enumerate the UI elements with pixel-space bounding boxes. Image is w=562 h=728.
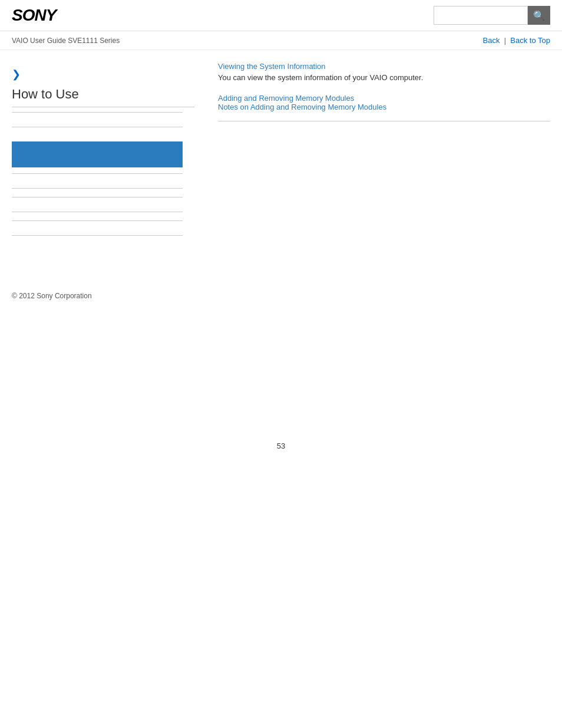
sidebar-line-group-1 <box>12 112 194 127</box>
search-box: 🔍 <box>434 6 550 25</box>
notes-memory-link[interactable]: Notes on Adding and Removing Memory Modu… <box>218 103 386 111</box>
main-content: ❯ How to Use Viewing the System Informat… <box>0 50 562 256</box>
sidebar-line-3 <box>12 173 183 174</box>
sidebar-line-1 <box>12 112 183 113</box>
adding-removing-memory-link[interactable]: Adding and Removing Memory Modules <box>218 94 354 103</box>
back-to-top-link[interactable]: Back to Top <box>510 36 550 45</box>
sidebar-line-8 <box>12 235 183 236</box>
memory-link-row-1: Adding and Removing Memory Modules <box>218 94 550 103</box>
sidebar-highlight-bar <box>12 141 183 167</box>
chevron-right-icon: ❯ <box>12 68 21 80</box>
system-info-section: Viewing the System Information You can v… <box>218 62 550 82</box>
sidebar-chevron-icon: ❯ <box>12 68 194 81</box>
header: SONY 🔍 <box>0 0 562 31</box>
sidebar-line-2 <box>12 127 183 127</box>
copyright-text: © 2012 Sony Corporation <box>12 292 92 300</box>
footer: © 2012 Sony Corporation <box>0 279 562 312</box>
sidebar-line-4 <box>12 188 183 189</box>
sidebar-line-6 <box>12 212 183 212</box>
sidebar-line-5 <box>12 197 183 197</box>
page-number: 53 <box>0 430 562 462</box>
memory-section-divider <box>218 121 550 121</box>
sidebar: ❯ How to Use <box>12 62 194 244</box>
memory-section: Adding and Removing Memory Modules Notes… <box>218 94 550 121</box>
system-info-description: You can view the system information of y… <box>218 73 550 82</box>
sidebar-line-7 <box>12 220 183 221</box>
sony-logo: SONY <box>12 6 56 25</box>
search-button[interactable]: 🔍 <box>528 6 550 25</box>
nav-separator: | <box>504 37 506 45</box>
back-link[interactable]: Back <box>483 36 500 45</box>
search-input[interactable] <box>434 6 528 25</box>
viewing-system-info-link[interactable]: Viewing the System Information <box>218 62 326 71</box>
guide-title: VAIO User Guide SVE1111 Series <box>12 37 120 45</box>
nav-links: Back | Back to Top <box>483 36 550 45</box>
sidebar-items-below <box>12 173 194 236</box>
subheader: VAIO User Guide SVE1111 Series Back | Ba… <box>0 31 562 50</box>
content-area: Viewing the System Information You can v… <box>206 62 550 244</box>
sidebar-section-title: How to Use <box>12 87 194 107</box>
search-icon: 🔍 <box>533 10 545 21</box>
memory-link-row-2: Notes on Adding and Removing Memory Modu… <box>218 103 550 111</box>
